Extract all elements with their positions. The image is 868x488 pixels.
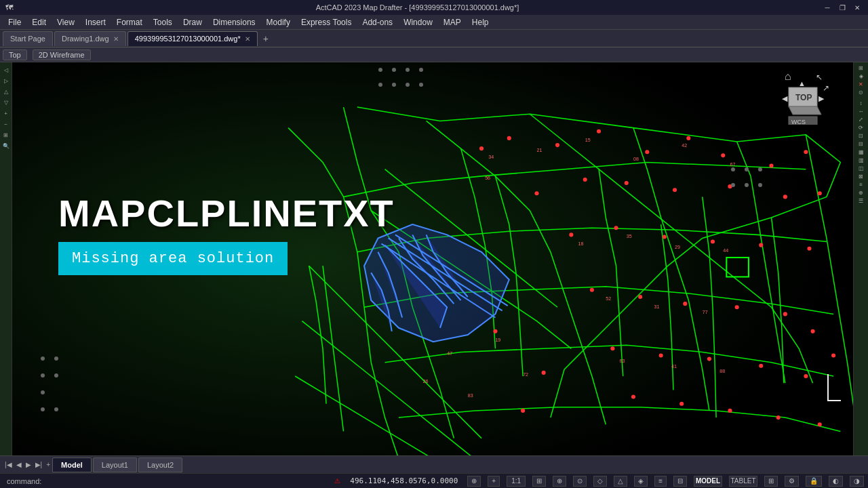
minimize-button[interactable]: ─	[822, 2, 833, 13]
rpanel-icon-1[interactable]: ⊞	[859, 65, 863, 71]
svg-point-23	[663, 235, 667, 239]
menu-item-window[interactable]: Window	[398, 16, 438, 28]
tab-add-button[interactable]: +	[259, 33, 273, 44]
menu-item-file[interactable]: File	[3, 16, 26, 28]
tab-nav-last[interactable]: ▶|	[33, 461, 45, 468]
svg-point-10	[686, 136, 690, 140]
svg-point-33	[659, 353, 663, 357]
menu-item-tools[interactable]: Tools	[148, 16, 178, 28]
statusbar: command: ⚠ 496.1104,458.0576,0.0000 ⊕ + …	[0, 473, 868, 488]
sidebar-icon-2[interactable]: ▷	[1, 76, 11, 85]
menu-item-add-ons[interactable]: Add-ons	[357, 16, 398, 28]
view-wireframe-button[interactable]: 2D Wireframe	[33, 49, 91, 60]
subtitle-overlay: Missing area solution	[58, 242, 288, 275]
close-button[interactable]: ✕	[852, 2, 863, 13]
workspace-button[interactable]: ⚙	[785, 476, 799, 487]
tab-startpage-label: Start Page	[10, 35, 45, 43]
layout-tab-model-label: Model	[61, 461, 83, 469]
rpanel-icon-13[interactable]: ⊠	[859, 174, 863, 180]
rpanel-icon-2[interactable]: ◈	[859, 73, 863, 79]
sidebar-icon-4[interactable]: ▽	[1, 98, 11, 107]
rpanel-icon-close[interactable]: ✕	[859, 81, 863, 87]
rpanel-icon-6[interactable]: ⤢	[859, 117, 863, 123]
osnap-button[interactable]: ◇	[593, 476, 607, 487]
svg-point-19	[783, 195, 787, 199]
rpanel-icon-3[interactable]: ⊙	[859, 89, 863, 96]
rpanel-icon-10[interactable]: ▦	[859, 149, 864, 155]
view-top-button[interactable]: Top	[3, 49, 27, 60]
canvas-area[interactable]: 34 21 15 08 42 67 18 35 29 44 52 31 77 6…	[12, 62, 868, 455]
menu-item-modify[interactable]: Modify	[261, 16, 296, 28]
svg-text:↖: ↖	[816, 73, 823, 82]
isolate-button[interactable]: ◑	[850, 476, 864, 487]
svg-point-24	[711, 240, 715, 244]
rpanel-icon-7[interactable]: ⟳	[859, 125, 863, 131]
svg-point-16	[625, 181, 629, 185]
sidebar-icon-3[interactable]: △	[1, 87, 11, 96]
layout-tab-model[interactable]: Model	[52, 458, 92, 472]
otrack-button[interactable]: △	[614, 476, 627, 487]
menubar: FileEditViewInsertFormatToolsDrawDimensi…	[0, 15, 868, 30]
scale-display[interactable]: 1:1	[507, 476, 526, 487]
svg-text:72: 72	[523, 372, 528, 378]
tab-main-close[interactable]: ✕	[245, 35, 250, 43]
sidebar-icon-5[interactable]: +	[1, 108, 11, 118]
sidebar-icon-7[interactable]: ⊞	[1, 130, 11, 140]
tab-nav-next[interactable]: ▶	[24, 461, 33, 468]
restore-button[interactable]: ❐	[837, 2, 848, 13]
snap-button[interactable]: ⊕	[467, 476, 481, 487]
svg-point-35	[759, 364, 763, 368]
view-toggle[interactable]: ⊞	[764, 476, 778, 487]
grid-button[interactable]: ⊞	[532, 476, 546, 487]
tab-nav-add[interactable]: +	[44, 461, 52, 468]
svg-text:52: 52	[606, 296, 611, 302]
rpanel-icon-15[interactable]: ⊕	[859, 190, 863, 196]
menu-item-dimensions[interactable]: Dimensions	[208, 16, 261, 28]
svg-point-12	[769, 164, 773, 168]
rpanel-icon-16[interactable]: ☰	[859, 198, 863, 204]
svg-point-8	[597, 129, 601, 134]
tpmode-button[interactable]: ⊟	[673, 476, 687, 487]
model-label[interactable]: MODEL	[694, 476, 722, 487]
menu-item-express-tools[interactable]: Express Tools	[296, 16, 357, 28]
dynmode-button[interactable]: ◈	[634, 476, 648, 487]
sidebar-icon-1[interactable]: ◁	[1, 65, 11, 75]
tab-drawing1[interactable]: Drawing1.dwg ✕	[54, 31, 126, 46]
rpanel-icon-4[interactable]: ↕	[860, 100, 863, 106]
menu-item-draw[interactable]: Draw	[178, 16, 208, 28]
tablet-label[interactable]: TABLET	[729, 476, 757, 487]
hardware-button[interactable]: ◐	[829, 476, 843, 487]
rpanel-icon-12[interactable]: ◫	[859, 165, 864, 171]
menu-item-help[interactable]: Help	[467, 16, 494, 28]
sidebar-icon-6[interactable]: −	[1, 119, 11, 129]
tab-nav-prev[interactable]: ◀	[14, 461, 24, 468]
svg-point-27	[590, 288, 594, 292]
tab-main-drawing[interactable]: 499399953127013000001.dwg* ✕	[127, 31, 258, 46]
lineweight-button[interactable]: ≡	[654, 476, 667, 487]
sidebar-icon-8[interactable]: 🔍	[1, 141, 11, 150]
polar-button[interactable]: ⊙	[573, 476, 587, 487]
svg-point-22	[614, 226, 618, 230]
svg-point-45	[521, 409, 525, 413]
rpanel-icon-5[interactable]: ↔	[859, 108, 864, 115]
layout-tab-layout1[interactable]: Layout1	[93, 458, 137, 472]
lock-button[interactable]: 🔒	[806, 476, 822, 487]
tab-nav-first[interactable]: |◀	[3, 461, 14, 468]
rpanel-icon-9[interactable]: ⊟	[859, 141, 863, 147]
tab-drawing1-close[interactable]: ✕	[113, 35, 119, 43]
tab-startpage[interactable]: Start Page	[3, 31, 53, 46]
layout-tab-layout2[interactable]: Layout2	[138, 458, 182, 472]
ortho-button[interactable]: ⊕	[553, 476, 566, 487]
menu-item-insert[interactable]: Insert	[80, 16, 111, 28]
menu-item-edit[interactable]: Edit	[26, 16, 52, 28]
rpanel-icon-8[interactable]: ⊡	[859, 133, 863, 139]
snap2-button[interactable]: +	[488, 476, 500, 487]
menu-item-map[interactable]: MAP	[438, 16, 467, 28]
rpanel-icon-11[interactable]: ▥	[859, 157, 864, 163]
rpanel-icon-14[interactable]: ≡	[859, 182, 863, 188]
svg-point-25	[759, 243, 763, 247]
menu-item-format[interactable]: Format	[111, 16, 148, 28]
svg-point-26	[807, 247, 811, 251]
svg-text:TOP: TOP	[795, 93, 812, 102]
menu-item-view[interactable]: View	[52, 16, 80, 28]
